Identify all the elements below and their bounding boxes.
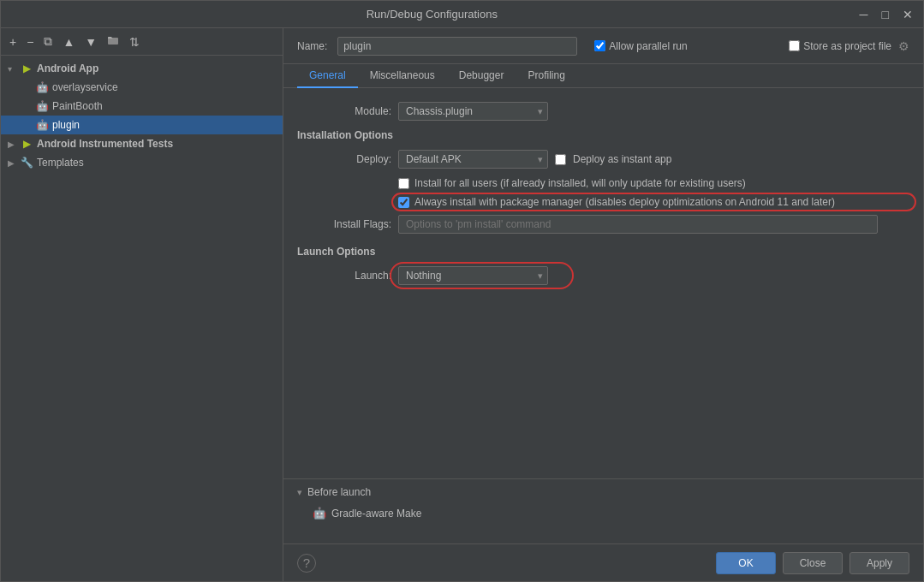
always-install-checkbox[interactable] bbox=[398, 197, 409, 208]
right-panel: Name: Allow parallel run Store as projec… bbox=[283, 28, 923, 581]
deploy-label: Deploy: bbox=[297, 153, 391, 165]
tree-item-instrumented-tests[interactable]: ▶ ▶ Android Instrumented Tests bbox=[1, 134, 283, 153]
minimize-button[interactable]: ─ bbox=[856, 6, 872, 23]
module-select[interactable]: Chassis.plugin bbox=[398, 102, 548, 121]
launch-select[interactable]: Nothing Default Activity Specified Activ… bbox=[398, 266, 548, 285]
close-button[interactable]: Close bbox=[783, 552, 843, 574]
module-label: Module: bbox=[297, 105, 391, 117]
before-launch-section: ▾ Before launch 🤖 Gradle-aware Make bbox=[283, 478, 923, 543]
android-icon: 🤖 bbox=[35, 118, 49, 132]
allow-parallel-checkbox[interactable] bbox=[594, 40, 605, 51]
allow-parallel-option: Allow parallel run bbox=[594, 40, 687, 52]
gear-icon[interactable]: ⚙ bbox=[898, 39, 909, 53]
before-launch-arrow: ▾ bbox=[297, 487, 302, 498]
allow-parallel-label: Allow parallel run bbox=[609, 40, 687, 52]
install-all-users-row: Install for all users (if already instal… bbox=[297, 177, 909, 189]
deploy-instant-app-checkbox[interactable] bbox=[555, 154, 566, 165]
tree-label: Android Instrumented Tests bbox=[37, 138, 173, 150]
copy-config-button[interactable]: ⧉ bbox=[40, 33, 56, 50]
titlebar: Run/Debug Configurations ─ □ ✕ bbox=[1, 1, 923, 28]
expand-arrow: ▾ bbox=[8, 64, 20, 74]
launch-row-container: Launch: Nothing Default Activity Specifi… bbox=[297, 266, 909, 285]
move-down-button[interactable]: ▼ bbox=[81, 33, 100, 50]
ok-button[interactable]: OK bbox=[716, 552, 776, 574]
android-icon: 🤖 bbox=[35, 99, 49, 113]
tab-bar: General Miscellaneous Debugger Profiling bbox=[283, 64, 923, 88]
remove-config-button[interactable]: − bbox=[23, 33, 37, 50]
dialog-title: Run/Debug Configurations bbox=[8, 8, 856, 21]
always-install-label: Always install with package manager (dis… bbox=[414, 196, 835, 208]
tree-item-overlayservice[interactable]: 🤖 overlayservice bbox=[1, 78, 283, 97]
run-debug-configurations-dialog: Run/Debug Configurations ─ □ ✕ + − ⧉ ▲ ▼ bbox=[0, 0, 924, 582]
always-install-row: Always install with package manager (dis… bbox=[297, 196, 909, 208]
before-launch-title: Before launch bbox=[307, 486, 371, 498]
android-icon: ▶ bbox=[20, 62, 33, 75]
install-all-users-checkbox[interactable] bbox=[398, 178, 409, 189]
tree-item-plugin[interactable]: 🤖 plugin bbox=[1, 116, 283, 134]
tree-item-android-app[interactable]: ▾ ▶ Android App bbox=[1, 59, 283, 78]
install-all-users-label: Install for all users (if already instal… bbox=[414, 177, 746, 189]
sort-button[interactable]: ⇅ bbox=[126, 33, 143, 50]
installation-options-label: Installation Options bbox=[297, 129, 909, 141]
add-config-button[interactable]: + bbox=[6, 33, 20, 50]
tree-item-paintbooth[interactable]: 🤖 PaintBooth bbox=[1, 97, 283, 116]
deploy-row: Deploy: Default APK APK from app bundle … bbox=[297, 150, 909, 169]
wrench-icon: 🔧 bbox=[20, 156, 33, 169]
launch-select-wrap: Nothing Default Activity Specified Activ… bbox=[398, 266, 548, 285]
android-icon: ▶ bbox=[20, 137, 33, 151]
module-row: Module: Chassis.plugin bbox=[297, 102, 909, 121]
help-button[interactable]: ? bbox=[297, 554, 316, 573]
tab-miscellaneous[interactable]: Miscellaneous bbox=[358, 64, 447, 88]
install-flags-row: Install Flags: bbox=[297, 215, 909, 234]
window-controls: ─ □ ✕ bbox=[856, 6, 916, 23]
tree-label: PaintBooth bbox=[52, 100, 103, 112]
tab-general[interactable]: General bbox=[297, 64, 358, 88]
tree-item-templates[interactable]: ▶ 🔧 Templates bbox=[1, 153, 283, 172]
deploy-select[interactable]: Default APK APK from app bundle Nothing bbox=[398, 150, 548, 169]
apply-button[interactable]: Apply bbox=[849, 552, 909, 574]
tree-label: plugin bbox=[52, 119, 80, 131]
store-project-option: Store as project file ⚙ bbox=[789, 39, 909, 53]
module-select-wrap: Chassis.plugin bbox=[398, 102, 548, 121]
deploy-instant-app-label: Deploy as instant app bbox=[573, 153, 671, 165]
launch-options-label: Launch Options bbox=[297, 246, 909, 258]
tree-label: Android App bbox=[37, 62, 98, 74]
main-content: + − ⧉ ▲ ▼ ⇅ ▾ ▶ Android App bbox=[1, 28, 923, 581]
move-up-button[interactable]: ▲ bbox=[59, 33, 78, 50]
store-project-checkbox[interactable] bbox=[789, 40, 800, 51]
left-panel: + − ⧉ ▲ ▼ ⇅ ▾ ▶ Android App bbox=[1, 28, 283, 581]
form-area: Module: Chassis.plugin Installation Opti… bbox=[283, 88, 923, 478]
always-install-checkbox-row: Always install with package manager (dis… bbox=[297, 196, 909, 208]
before-launch-items: 🤖 Gradle-aware Make bbox=[297, 505, 909, 521]
folder-button[interactable] bbox=[104, 33, 122, 50]
tree-label: Templates bbox=[37, 157, 84, 169]
before-launch-header[interactable]: ▾ Before launch bbox=[297, 479, 909, 505]
expand-arrow: ▶ bbox=[8, 158, 20, 168]
tab-debugger[interactable]: Debugger bbox=[447, 64, 516, 88]
tree-label: overlayservice bbox=[52, 81, 118, 93]
expand-arrow: ▶ bbox=[8, 140, 20, 149]
name-field-label: Name: bbox=[297, 40, 327, 52]
maximize-button[interactable]: □ bbox=[879, 6, 892, 23]
store-project-label: Store as project file bbox=[803, 40, 891, 52]
close-button[interactable]: ✕ bbox=[899, 6, 916, 23]
android-icon: 🤖 bbox=[35, 80, 49, 94]
config-toolbar: + − ⧉ ▲ ▼ ⇅ bbox=[1, 28, 283, 56]
launch-label: Launch: bbox=[297, 270, 391, 282]
launch-row: Launch: Nothing Default Activity Specifi… bbox=[297, 266, 909, 285]
deploy-select-wrap: Default APK APK from app bundle Nothing bbox=[398, 150, 548, 169]
name-input[interactable] bbox=[337, 37, 577, 56]
name-bar: Name: Allow parallel run Store as projec… bbox=[283, 28, 923, 64]
gradle-icon: 🤖 bbox=[313, 507, 326, 520]
tab-profiling[interactable]: Profiling bbox=[516, 64, 576, 88]
gradle-make-label: Gradle-aware Make bbox=[331, 508, 421, 520]
svg-rect-0 bbox=[108, 38, 118, 45]
install-flags-label: Install Flags: bbox=[297, 218, 391, 230]
install-flags-input[interactable] bbox=[398, 215, 878, 234]
form-content: Module: Chassis.plugin Installation Opti… bbox=[297, 102, 909, 285]
bottom-bar: ? OK Close Apply bbox=[283, 543, 923, 581]
config-tree: ▾ ▶ Android App 🤖 overlayservice 🤖 Paint… bbox=[1, 56, 283, 581]
